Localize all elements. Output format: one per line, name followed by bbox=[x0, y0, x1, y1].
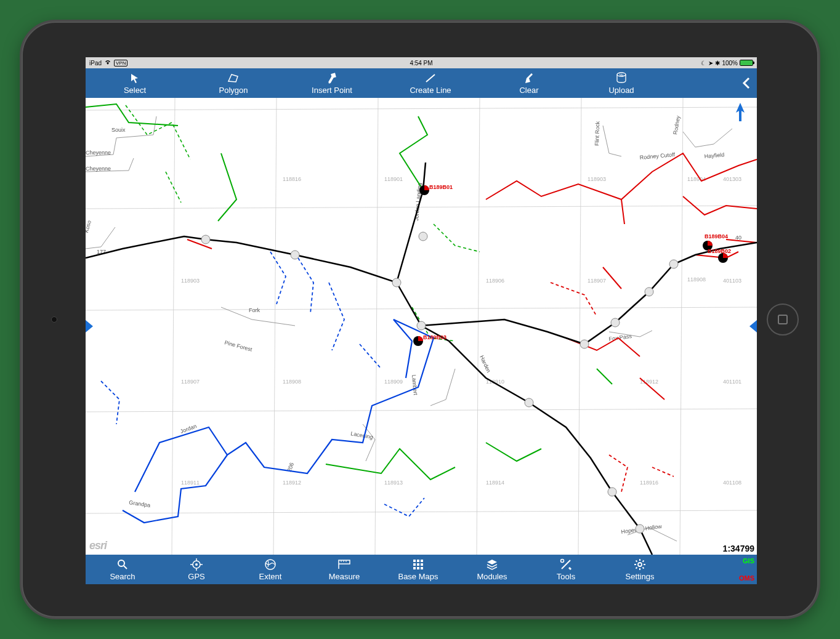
polygon-button[interactable]: Polygon bbox=[184, 71, 283, 95]
grid-icon bbox=[413, 558, 424, 571]
svg-point-42 bbox=[608, 488, 616, 496]
svg-rect-75 bbox=[421, 567, 423, 569]
insert-point-button[interactable]: Insert Point bbox=[283, 71, 381, 95]
ipad-camera bbox=[51, 316, 57, 323]
select-button[interactable]: Select bbox=[86, 71, 184, 95]
svg-text:Flint Rock: Flint Rock bbox=[594, 121, 600, 146]
svg-line-12 bbox=[578, 98, 581, 555]
svg-text:Rodney: Rodney bbox=[672, 115, 681, 135]
svg-line-83 bbox=[643, 568, 644, 569]
oms-status: OMS bbox=[739, 574, 754, 582]
grid-label: 118907 bbox=[588, 278, 606, 284]
extent-button[interactable]: Extent bbox=[233, 558, 307, 581]
pin-icon bbox=[327, 71, 337, 85]
grid-label: 118906 bbox=[486, 278, 504, 284]
node-label: B189B04 bbox=[705, 233, 728, 239]
location-icon: ➤ bbox=[708, 60, 713, 66]
svg-point-40 bbox=[417, 321, 426, 330]
left-panel-handle[interactable] bbox=[86, 320, 93, 332]
svg-text:Souix: Souix bbox=[111, 127, 126, 133]
svg-point-46 bbox=[669, 260, 678, 268]
bottom-toolbar: Search GPS Extent Measure Base Maps Modu… bbox=[86, 555, 757, 584]
svg-point-53 bbox=[118, 560, 124, 566]
svg-rect-68 bbox=[417, 560, 419, 562]
svg-point-61 bbox=[265, 560, 275, 569]
svg-text:Harden: Harden bbox=[479, 355, 492, 374]
cursor-icon bbox=[129, 71, 140, 85]
svg-point-43 bbox=[636, 524, 644, 533]
grid-label: 118916 bbox=[640, 480, 658, 486]
collapse-toolbar-button[interactable] bbox=[738, 73, 754, 93]
grid-label: 118903 bbox=[181, 278, 200, 284]
svg-point-77 bbox=[638, 563, 642, 566]
svg-text:Hayfield: Hayfield bbox=[704, 151, 724, 159]
grid-label: 401101 bbox=[723, 379, 741, 385]
basemaps-button[interactable]: Base Maps bbox=[381, 558, 455, 581]
clear-button[interactable]: Clear bbox=[480, 71, 578, 95]
wifi-icon bbox=[104, 59, 111, 66]
svg-rect-69 bbox=[421, 560, 423, 562]
measure-button[interactable]: Measure bbox=[307, 558, 381, 581]
svg-text:Pine Forest: Pine Forest bbox=[224, 339, 253, 353]
svg-line-54 bbox=[124, 566, 127, 569]
upload-button[interactable]: My Upload bbox=[578, 71, 664, 95]
svg-point-76 bbox=[561, 560, 564, 563]
tools-button[interactable]: Tools bbox=[529, 558, 603, 581]
settings-button[interactable]: Settings bbox=[603, 558, 677, 581]
layers-icon bbox=[486, 558, 498, 571]
svg-line-11 bbox=[477, 98, 480, 555]
map-canvas[interactable]: 118816 118901 118903 118904 401303 11890… bbox=[86, 98, 757, 555]
svg-text:Fork: Fork bbox=[249, 307, 260, 313]
svg-text:Fox Pass: Fox Pass bbox=[608, 333, 632, 342]
node-markers[interactable] bbox=[413, 185, 728, 346]
screen: iPad VPN 4:54 PM ☾ ➤ ✱ 100% Select bbox=[86, 57, 757, 584]
grid-label: 118914 bbox=[486, 480, 504, 486]
broom-icon bbox=[523, 71, 535, 85]
gps-button[interactable]: GPS bbox=[160, 558, 233, 581]
north-arrow-icon bbox=[735, 103, 746, 127]
grid-label: 118904 bbox=[687, 176, 706, 182]
svg-rect-74 bbox=[417, 567, 419, 569]
grid-label: 401303 bbox=[723, 176, 741, 182]
svg-line-0 bbox=[426, 74, 435, 82]
modules-button[interactable]: Modules bbox=[455, 558, 529, 581]
grid-label: 118908 bbox=[283, 379, 301, 385]
svg-text:Cheyenne: Cheyenne bbox=[86, 166, 111, 172]
grid-label: 118907 bbox=[181, 379, 200, 385]
gis-status: GIS bbox=[743, 557, 754, 565]
svg-rect-52 bbox=[739, 110, 741, 121]
svg-text:Rodney Cutoff: Rodney Cutoff bbox=[639, 151, 676, 161]
search-icon bbox=[117, 558, 128, 571]
svg-line-82 bbox=[636, 561, 637, 562]
svg-rect-62 bbox=[339, 560, 350, 564]
svg-point-38 bbox=[419, 232, 427, 241]
svg-point-36 bbox=[291, 251, 299, 259]
grid-label: 118908 bbox=[687, 276, 706, 283]
svg-line-7 bbox=[86, 510, 757, 513]
ipad-home-button[interactable] bbox=[767, 303, 799, 336]
node-label: B189B01 bbox=[429, 184, 453, 190]
svg-line-84 bbox=[636, 568, 637, 569]
svg-line-13 bbox=[680, 98, 683, 555]
esri-attribution: esri bbox=[89, 539, 107, 552]
gear-icon bbox=[634, 558, 646, 571]
search-button[interactable]: Search bbox=[86, 558, 160, 581]
svg-rect-70 bbox=[413, 563, 416, 566]
svg-line-8 bbox=[172, 98, 175, 555]
svg-point-37 bbox=[392, 278, 401, 287]
map-svg: 118816 118901 118903 118904 401303 11890… bbox=[86, 98, 757, 555]
top-toolbar: Select Polygon Insert Point Create Line … bbox=[86, 68, 757, 98]
right-panel-handle[interactable] bbox=[749, 320, 757, 332]
node-label: B189B03 bbox=[423, 334, 446, 340]
battery-icon bbox=[740, 60, 753, 66]
svg-text:Cheyenne: Cheyenne bbox=[86, 150, 111, 156]
database-icon: My bbox=[616, 71, 627, 85]
svg-text:Jordan: Jordan bbox=[179, 423, 197, 435]
svg-text:40: 40 bbox=[735, 235, 741, 241]
create-line-button[interactable]: Create Line bbox=[381, 71, 480, 95]
svg-text:Lambert: Lambert bbox=[411, 374, 419, 395]
grid-label: 118913 bbox=[384, 480, 403, 486]
grid-label: 118901 bbox=[384, 176, 403, 182]
device-label: iPad bbox=[89, 60, 102, 66]
grid-label: 401108 bbox=[723, 480, 741, 486]
